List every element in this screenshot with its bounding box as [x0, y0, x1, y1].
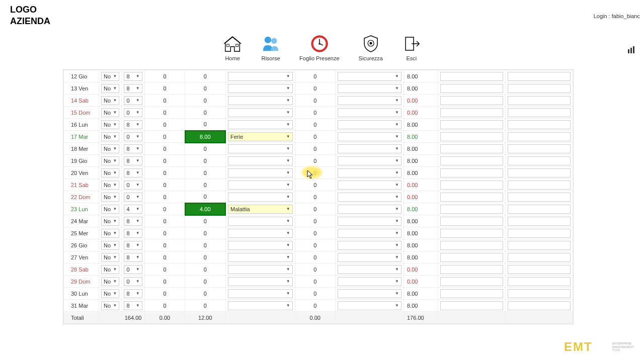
hours-select[interactable]: 8▼ [124, 120, 142, 129]
hours-select[interactable]: 8▼ [124, 229, 142, 238]
text-input-2[interactable] [508, 132, 571, 141]
no-select[interactable]: No▼ [101, 241, 119, 250]
text-input-1[interactable] [440, 144, 503, 153]
num1-input[interactable]: 0 [144, 251, 185, 263]
no-select[interactable]: No▼ [101, 265, 119, 274]
text-input-1[interactable] [440, 277, 503, 286]
text-input-2[interactable] [508, 120, 571, 129]
hours-select[interactable]: 0▼ [124, 108, 142, 117]
absence-type-select[interactable]: ▼ [228, 241, 293, 250]
text-input-2[interactable] [508, 217, 571, 226]
hours-select[interactable]: 4▼ [124, 205, 142, 214]
text-input-2[interactable] [508, 108, 571, 117]
text-input-1[interactable] [440, 205, 503, 214]
text-input-1[interactable] [440, 72, 503, 81]
absence-hours-input[interactable]: 0 [185, 82, 225, 95]
num3-input[interactable]: 0 [295, 251, 335, 263]
hours-select[interactable]: 8▼ [124, 253, 142, 262]
text-input-2[interactable] [508, 84, 571, 93]
text-input-2[interactable] [508, 205, 571, 214]
num3-input[interactable]: 0 [295, 82, 335, 95]
text-input-2[interactable] [508, 96, 571, 105]
text-input-2[interactable] [508, 72, 571, 81]
text-input-2[interactable] [508, 168, 571, 177]
select2[interactable]: ▼ [338, 156, 401, 165]
absence-hours-input[interactable]: 0 [185, 239, 225, 251]
hours-select[interactable]: 8▼ [124, 289, 142, 298]
no-select[interactable]: No▼ [101, 289, 119, 298]
absence-type-select[interactable]: ▼ [228, 96, 293, 105]
nav-risorse[interactable]: Risorse [261, 34, 280, 61]
absence-type-select[interactable]: ▼ [228, 289, 293, 298]
absence-type-select[interactable]: ▼ [228, 84, 293, 93]
select2[interactable]: ▼ [338, 241, 401, 250]
hours-select[interactable]: 0▼ [124, 193, 142, 202]
num3-input[interactable]: 0 [295, 155, 335, 167]
num3-input[interactable]: 0 [295, 107, 335, 119]
num3-input[interactable]: 0 [295, 227, 335, 239]
absence-hours-input[interactable]: 0 [185, 288, 225, 300]
num3-input[interactable]: 0 [295, 276, 335, 288]
num1-input[interactable]: 0 [144, 82, 185, 95]
absence-type-select[interactable]: ▼ [228, 72, 293, 81]
absence-hours-input[interactable]: 0 [185, 191, 225, 203]
num3-input[interactable]: 0 [295, 215, 335, 227]
num1-input[interactable]: 0 [144, 70, 185, 82]
text-input-2[interactable] [508, 253, 571, 262]
num3-input[interactable]: 0 [295, 288, 335, 300]
hours-select[interactable]: 8▼ [124, 144, 142, 153]
num3-input[interactable]: 0 [295, 95, 335, 107]
no-select[interactable]: No▼ [101, 156, 119, 165]
hours-select[interactable]: 0▼ [124, 277, 142, 286]
hours-select[interactable]: 0▼ [124, 96, 142, 105]
num3-input[interactable]: 0 [295, 191, 335, 203]
absence-type-select[interactable]: ▼ [228, 156, 293, 165]
num3-input[interactable]: 0 [295, 203, 335, 215]
absence-hours-input[interactable]: 0 [185, 119, 225, 131]
absence-type-select[interactable]: ▼ [228, 277, 293, 286]
nav-esci[interactable]: Esci [402, 34, 421, 61]
text-input-1[interactable] [440, 241, 503, 250]
absence-type-select[interactable]: ▼ [228, 301, 293, 310]
no-select[interactable]: No▼ [101, 132, 119, 141]
no-select[interactable]: No▼ [101, 205, 119, 214]
absence-type-select[interactable]: ▼ [228, 217, 293, 226]
text-input-1[interactable] [440, 265, 503, 274]
select2[interactable]: ▼ [338, 217, 401, 226]
num1-input[interactable]: 0 [144, 167, 185, 179]
num3-input[interactable]: 0 [295, 143, 335, 155]
absence-type-select[interactable]: ▼ [228, 229, 293, 238]
no-select[interactable]: No▼ [101, 72, 119, 81]
absence-hours-input[interactable]: 0 [185, 215, 225, 227]
select2[interactable]: ▼ [338, 168, 401, 177]
absence-hours-input[interactable]: 0 [185, 276, 225, 288]
num3-input[interactable]: 0 [295, 70, 335, 82]
absence-type-select[interactable]: ▼ [228, 193, 293, 202]
text-input-1[interactable] [440, 193, 503, 202]
num1-input[interactable]: 0 [144, 288, 185, 300]
select2[interactable]: ▼ [338, 277, 401, 286]
text-input-1[interactable] [440, 132, 503, 141]
hours-select[interactable]: 8▼ [124, 168, 142, 177]
text-input-1[interactable] [440, 217, 503, 226]
num1-input[interactable]: 0 [144, 95, 185, 107]
absence-type-select[interactable]: ▼ [228, 253, 293, 262]
nav-sicurezza[interactable]: Sicurezza [359, 34, 383, 61]
select2[interactable]: ▼ [338, 265, 401, 274]
nav-home[interactable]: Home [223, 34, 242, 61]
num1-input[interactable]: 0 [144, 203, 185, 215]
no-select[interactable]: No▼ [101, 180, 119, 190]
no-select[interactable]: No▼ [101, 168, 119, 177]
hours-select[interactable]: 8▼ [124, 72, 142, 81]
absence-hours-input[interactable]: 0 [185, 167, 225, 179]
absence-type-select[interactable]: ▼ [228, 144, 293, 153]
select2[interactable]: ▼ [338, 301, 401, 310]
text-input-2[interactable] [508, 156, 571, 165]
num1-input[interactable]: 0 [144, 131, 185, 143]
absence-hours-input[interactable]: 0 [185, 179, 225, 191]
hours-select[interactable]: 8▼ [124, 241, 142, 250]
hours-select[interactable]: 0▼ [124, 132, 142, 141]
text-input-1[interactable] [440, 120, 503, 129]
select2[interactable]: ▼ [338, 193, 401, 202]
absence-hours-input[interactable]: 4.00 [185, 203, 225, 215]
